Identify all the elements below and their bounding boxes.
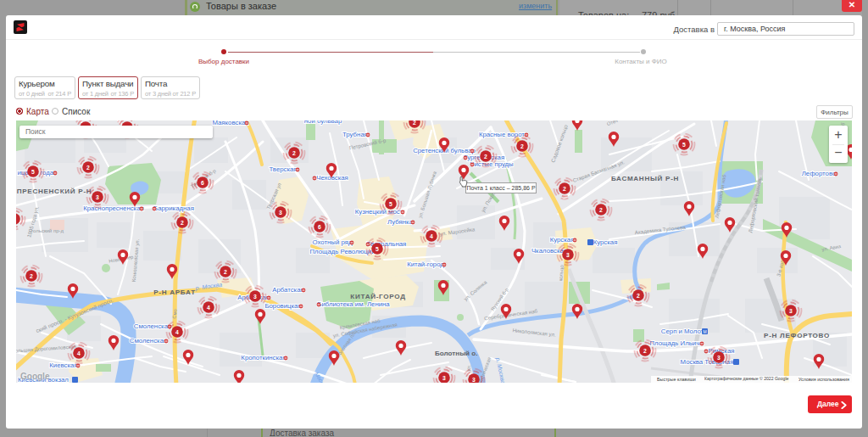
svg-text:БАСМАННЫЙ Р-Н: БАСМАННЫЙ Р-Н <box>611 175 679 182</box>
svg-text:3: 3 <box>279 210 282 216</box>
svg-text:Р-Н ЛЕФОРТОВО: Р-Н ЛЕФОРТОВО <box>764 332 830 339</box>
svg-text:2: 2 <box>413 120 416 126</box>
svg-text:Площадь Ильича: Площадь Ильича <box>649 339 704 347</box>
svg-text:2: 2 <box>643 348 647 354</box>
svg-text:Тверская: Тверская <box>269 165 297 173</box>
svg-text:Баррикадная: Баррикадная <box>153 204 194 212</box>
svg-text:Трубная: Трубная <box>342 131 368 138</box>
svg-text:2: 2 <box>292 150 296 156</box>
svg-text:Болотный о.: Болотный о. <box>435 350 478 357</box>
svg-text:M: M <box>703 329 706 334</box>
svg-text:5: 5 <box>389 201 392 207</box>
svg-text:Лубянка: Лубянка <box>387 218 414 226</box>
svg-text:2: 2 <box>86 165 90 171</box>
svg-text:6: 6 <box>201 180 204 186</box>
svg-text:4: 4 <box>175 329 179 335</box>
svg-text:Площадь Революции: Площадь Революции <box>309 248 375 255</box>
svg-text:2: 2 <box>224 269 227 275</box>
svg-text:гольский пр-д: гольский пр-д <box>31 228 64 233</box>
svg-text:2: 2 <box>30 273 33 279</box>
svg-text:Библиотека им. Ленина: Библиотека им. Ленина <box>317 300 390 308</box>
svg-text:Охотный ряд: Охотный ряд <box>313 238 353 246</box>
svg-text:Курская: Курская <box>593 238 618 246</box>
svg-text:5: 5 <box>31 169 35 175</box>
svg-text:Маяковская: Маяковская <box>212 120 248 126</box>
svg-text:Боровицкая: Боровицкая <box>264 302 301 310</box>
svg-text:Лефортово: Лефортово <box>802 170 837 177</box>
svg-text:ПРЕСНЕНСКИЙ Р-Н: ПРЕСНЕНСКИЙ Р-Н <box>17 188 92 195</box>
svg-text:Смоленская: Смоленская <box>130 337 167 345</box>
svg-text:2: 2 <box>599 207 603 213</box>
svg-text:ной бульвар: ной бульвар <box>304 120 342 125</box>
svg-text:Китай-город: Китай-город <box>407 261 444 268</box>
svg-text:3: 3 <box>717 355 721 361</box>
svg-text:3: 3 <box>96 194 99 200</box>
svg-text:3: 3 <box>253 294 257 300</box>
svg-text:Р-Н АРБАТ: Р-Н АРБАТ <box>153 289 196 296</box>
svg-text:Кропоткинская: Кропоткинская <box>241 354 286 361</box>
svg-text:2: 2 <box>563 186 566 192</box>
svg-text:5: 5 <box>682 142 686 148</box>
svg-text:Курская: Курская <box>550 236 575 244</box>
svg-text:Кузнецкий мост: Кузнецкий мост <box>355 208 403 216</box>
svg-text:3: 3 <box>789 308 793 314</box>
svg-text:3: 3 <box>442 375 446 381</box>
svg-text:4: 4 <box>207 305 210 311</box>
svg-text:Красные ворота: Красные ворота <box>479 131 529 138</box>
svg-text:2: 2 <box>484 154 487 160</box>
svg-text:Киевская: Киевская <box>49 361 77 369</box>
svg-text:Смо: Смо <box>172 309 178 319</box>
svg-text:4: 4 <box>77 350 81 356</box>
svg-text:2: 2 <box>520 143 524 149</box>
svg-text:КИТАЙ-ГОРОД: КИТАЙ-ГОРОД <box>350 293 405 300</box>
svg-text:5: 5 <box>376 246 379 252</box>
svg-text:2: 2 <box>181 220 184 226</box>
svg-text:Серп и Молот: Серп и Молот <box>661 328 704 335</box>
svg-text:2: 2 <box>637 293 640 299</box>
svg-text:Чкаловская: Чкаловская <box>531 247 567 255</box>
svg-text:4: 4 <box>430 233 433 239</box>
svg-text:Смоленская: Смоленская <box>134 322 171 330</box>
svg-text:3: 3 <box>472 377 476 383</box>
svg-text:6: 6 <box>318 224 321 230</box>
svg-text:3: 3 <box>566 252 570 258</box>
svg-text:Арбатская: Арбатская <box>272 286 304 294</box>
